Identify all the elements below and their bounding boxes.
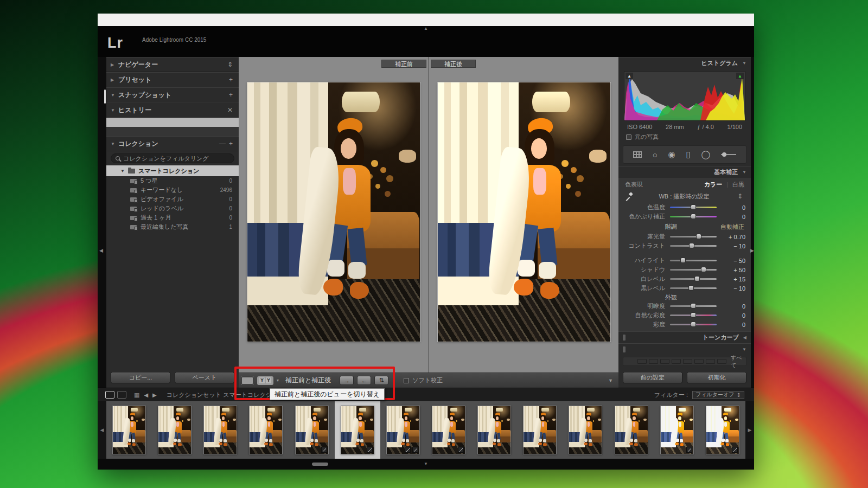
tone-curve-header[interactable]: トーンカーブ ◀ [618,331,751,343]
collection-item[interactable]: ビデオファイル 0 [106,195,239,204]
collapse-icon[interactable]: ▼ [111,93,118,98]
color-swatch[interactable] [694,359,704,364]
slider-row[interactable]: 自然な彩度 0 [618,311,751,320]
expand-icon[interactable]: ▶ [111,62,118,67]
slider-track[interactable] [670,314,717,316]
histogram[interactable]: ▲ ▲ [624,71,745,121]
slider-row[interactable]: 色温度 0 [618,203,751,212]
original-photo-checkbox[interactable] [626,134,631,140]
slider-handle[interactable] [696,234,701,239]
auto-tone-button[interactable]: 自動補正 [720,223,744,231]
filmstrip-thumbnail[interactable] [197,401,243,459]
color-swatch[interactable] [660,359,669,364]
window-button[interactable] [117,391,126,399]
photo[interactable] [438,82,610,342]
slider-row[interactable]: 白レベル + 15 [618,274,751,284]
collection-item[interactable]: 5 つ星 0 [106,176,239,185]
slider-handle[interactable] [694,276,700,281]
thumbnail-photo[interactable] [341,406,374,454]
copy-after-to-before-button[interactable]: ← [357,376,371,385]
color-swatch[interactable] [706,359,715,364]
swap-before-after-button[interactable]: ⇅ [374,376,388,385]
graduated-filter-tool-icon[interactable]: ▯ [686,150,690,159]
collapse-icon[interactable]: ▼ [742,61,746,66]
snapshots-header[interactable]: ▼ スナップショット + [106,87,239,102]
thumbnail-photo[interactable] [523,406,557,454]
all-colors-label[interactable]: すべて [731,354,743,369]
copy-before-to-after-button[interactable]: → [340,376,354,385]
filmstrip-thumbnail[interactable] [152,401,197,459]
slider-track[interactable] [670,207,717,208]
add-snapshot-icon[interactable]: + [227,91,234,99]
thumbnail-photo[interactable] [615,406,648,454]
slider-handle[interactable] [688,285,694,291]
smart-collection-set[interactable]: ▼ スマートコレクション [106,165,239,176]
slider-handle[interactable] [691,204,696,210]
radial-filter-tool-icon[interactable]: ◯ [701,150,711,159]
thumbnail-photo[interactable] [386,406,420,454]
filmstrip-thumbnail[interactable] [289,401,335,459]
thumbnail-photo[interactable] [158,406,192,454]
filmstrip-thumbnail[interactable] [517,401,563,459]
red-eye-tool-icon[interactable]: ◉ [668,150,675,159]
spot-removal-tool-icon[interactable]: ○ [653,150,658,159]
paste-button[interactable]: ペースト [175,372,234,383]
slider-track[interactable] [670,260,717,261]
loupe-view-button[interactable] [241,376,254,385]
next-photo-icon[interactable]: ▶ [152,392,157,398]
slider-row[interactable]: 明瞭度 0 [618,301,751,311]
preview-pane[interactable]: 補正前 [239,57,428,373]
crop-tool-icon[interactable] [633,151,642,158]
slider-row[interactable]: シャドウ + 50 [618,265,751,274]
filmstrip-thumbnail[interactable] [563,401,608,459]
window-button[interactable] [105,391,114,399]
slider-handle[interactable] [691,312,696,318]
clear-history-icon[interactable]: ✕ [226,106,234,114]
color-swatch[interactable] [649,359,658,364]
treatment-color-option[interactable]: カラー [704,181,723,189]
history-item[interactable] [106,127,239,136]
histogram-header[interactable]: ヒストグラム ▼ [618,57,751,69]
wb-updown-icon[interactable]: ⇕ [736,192,744,200]
history-header[interactable]: ▼ ヒストリー ✕ [106,102,239,118]
slider-track[interactable] [670,287,717,289]
color-swatch[interactable] [683,359,692,364]
slider-handle[interactable] [689,243,694,248]
collection-item[interactable]: レッドのラベル 0 [106,204,239,213]
photo[interactable] [247,82,420,342]
thumbnail-photo[interactable] [295,406,329,454]
slider-row[interactable]: 色かぶり補正 0 [618,212,751,221]
slider-track[interactable] [670,216,717,217]
color-swatch[interactable] [672,359,681,364]
color-swatch[interactable] [717,359,726,364]
slider-row[interactable]: 彩度 0 [618,320,751,329]
add-preset-icon[interactable]: + [227,76,234,84]
reset-button[interactable]: 初期化 [687,372,746,383]
collapse-icon[interactable]: ▼ [742,347,746,352]
wb-selector[interactable]: WB : 撮影時の設定 [637,192,731,201]
collection-item[interactable]: 過去 1 ヶ月 0 [106,213,239,222]
collapse-top-icon[interactable]: ▲ [424,26,428,31]
filmstrip-thumbnail[interactable] [335,401,380,459]
collapse-icon[interactable]: ▼ [111,108,118,113]
shadow-clipping-icon[interactable]: ▲ [626,73,633,79]
thumbnail-photo[interactable] [432,406,465,454]
slider-row[interactable]: 露光量 + 0.70 [618,232,751,241]
slider-row[interactable]: 黒レベル − 10 [618,284,751,293]
adjustment-brush-tool-icon[interactable] [721,154,736,155]
history-item[interactable] [106,118,239,127]
left-panel-scrollbar[interactable] [104,89,106,104]
thumbnail-photo[interactable] [203,406,237,454]
collection-filter-input[interactable]: コレクションをフィルタリング [111,153,234,163]
collection-item[interactable]: 最近編集した写真 1 [106,222,239,232]
collapse-icon[interactable]: ▼ [111,142,118,146]
panel-toggle-icon[interactable] [623,346,626,352]
remove-collection-icon[interactable]: — [218,140,227,147]
slider-track[interactable] [670,324,717,325]
slider-row[interactable]: コントラスト − 10 [618,241,751,251]
slider-handle[interactable] [691,303,696,309]
filmstrip-thumbnail[interactable] [471,401,517,459]
filmstrip-thumbnail[interactable] [609,401,654,459]
collections-header[interactable]: ▼ コレクション — + [106,136,239,151]
wb-eyedropper-icon[interactable] [625,192,633,200]
